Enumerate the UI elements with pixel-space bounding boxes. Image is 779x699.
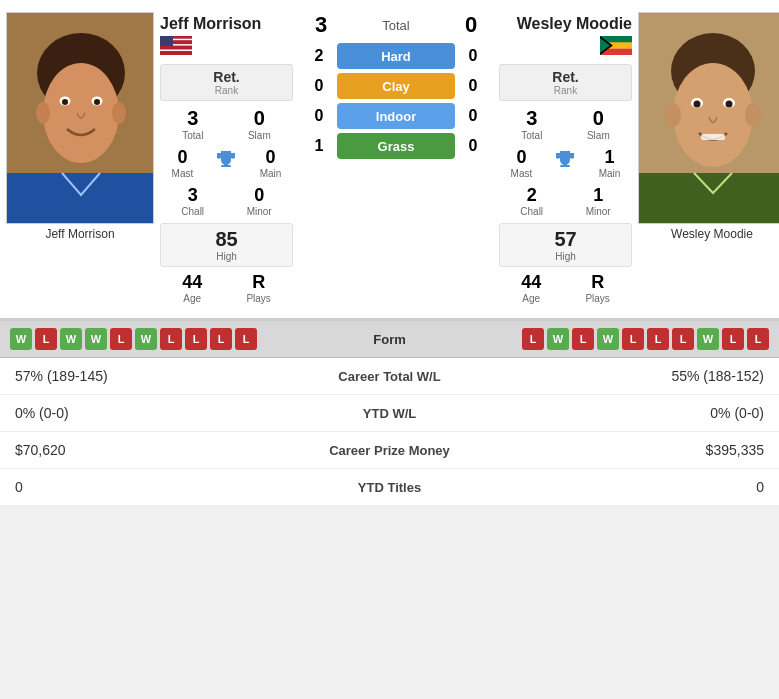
stat-box-high: 85 High — [160, 223, 293, 267]
hard-left: 2 — [305, 47, 333, 65]
right-mast-lbl: Mast — [511, 168, 533, 179]
stat-row-center: YTD Titles — [290, 480, 490, 495]
stat-row-left: 0% (0-0) — [15, 405, 290, 421]
right-total-slam: 3 Total 0 Slam — [499, 107, 632, 141]
stat-row-center: YTD W/L — [290, 406, 490, 421]
hard-right: 0 — [459, 47, 487, 65]
left-mast-cell: 0 Mast — [172, 147, 194, 179]
stat-plays: R Plays — [585, 272, 609, 304]
surface-hard: 2 Hard 0 — [305, 43, 487, 69]
form-badge-left: W — [10, 328, 32, 350]
right-minor-lbl: Minor — [586, 206, 611, 217]
form-badge-left: L — [160, 328, 182, 350]
left-total-lbl: Total — [182, 130, 203, 141]
left-flag — [160, 36, 293, 59]
right-minor-val: 1 — [586, 185, 611, 206]
right-ret: Ret. — [508, 69, 623, 85]
left-chall-val: 3 — [181, 185, 204, 206]
right-trophy — [555, 150, 575, 176]
svg-rect-19 — [221, 165, 231, 167]
right-flag — [600, 36, 632, 59]
indoor-surface-btn: Indoor — [337, 103, 455, 129]
stat-box-age-plays: 44 Age R Plays — [499, 272, 632, 304]
right-mast-main: 0 Mast 1 Main — [499, 147, 632, 179]
svg-rect-14 — [160, 47, 192, 48]
right-main-cell: 1 Main — [599, 147, 621, 179]
form-badge-right: L — [622, 328, 644, 350]
left-chall-lbl: Chall — [181, 206, 204, 217]
stat-box-high: 57 High — [499, 223, 632, 267]
svg-point-3 — [43, 63, 119, 163]
form-badge-right: L — [647, 328, 669, 350]
form-badge-left: W — [60, 328, 82, 350]
svg-rect-26 — [560, 165, 570, 167]
left-slam-lbl: Slam — [248, 130, 271, 141]
form-badge-left: W — [135, 328, 157, 350]
form-badge-right: W — [697, 328, 719, 350]
right-total-cell: 3 Total — [521, 107, 542, 141]
right-photo-container: Wesley Moodie — [638, 12, 779, 310]
stat-age: 44 Age — [521, 272, 541, 304]
stat-row-left: $70,620 — [15, 442, 290, 458]
right-total-val: 3 — [521, 107, 542, 130]
stat-plays: R Plays — [246, 272, 270, 304]
left-mast-val: 0 — [172, 147, 194, 168]
stat-row-left: 0 — [15, 479, 290, 495]
left-total-cell: 3 Total — [182, 107, 203, 141]
stat-row-right: $395,335 — [490, 442, 765, 458]
left-info-panel: Jeff Morrison Ret — [154, 12, 299, 310]
right-mast-cell: 0 Mast — [511, 147, 533, 179]
right-mast-val: 0 — [511, 147, 533, 168]
stat-data-row: 0 YTD Titles 0 — [0, 469, 779, 506]
left-rank-lbl: Rank — [169, 85, 284, 96]
right-total-lbl: Total — [521, 130, 542, 141]
surface-clay: 0 Clay 0 — [305, 73, 487, 99]
right-photo — [638, 12, 779, 224]
left-total-slam: 3 Total 0 Slam — [160, 107, 293, 141]
form-badge-right: L — [747, 328, 769, 350]
right-slam-val: 0 — [587, 107, 610, 130]
right-chall-minor: 2 Chall 1 Minor — [499, 185, 632, 217]
left-trophy — [216, 150, 236, 176]
svg-point-32 — [745, 103, 761, 127]
svg-rect-25 — [563, 160, 567, 165]
right-minor-cell: 1 Minor — [586, 185, 611, 217]
form-bar: WLWWLWLLLL Form LWLWLLLWLL — [0, 321, 779, 358]
stat-row-left: 57% (189-145) — [15, 368, 290, 384]
left-photo-container: Jeff Morrison — [6, 12, 154, 310]
left-player-photo-label: Jeff Morrison — [45, 227, 114, 241]
left-main-lbl: Main — [260, 168, 282, 179]
right-chall-cell: 2 Chall — [520, 185, 543, 217]
right-name: Wesley Moodie — [517, 14, 632, 33]
svg-point-4 — [36, 102, 50, 124]
left-ret: Ret. — [169, 69, 284, 85]
grass-right: 0 — [459, 137, 487, 155]
svg-rect-15 — [160, 50, 192, 51]
stats-section: 57% (189-145) Career Total W/L 55% (188-… — [0, 358, 779, 506]
svg-point-5 — [112, 102, 126, 124]
form-badge-left: L — [210, 328, 232, 350]
stat-data-row: $70,620 Career Prize Money $395,335 — [0, 432, 779, 469]
left-minor-lbl: Minor — [247, 206, 272, 217]
form-badge-right: L — [722, 328, 744, 350]
form-badge-right: L — [522, 328, 544, 350]
form-badge-right: L — [672, 328, 694, 350]
svg-point-35 — [694, 101, 701, 108]
right-player-area: Wesley Moodie Ret. Rank — [491, 12, 779, 310]
form-badge-left: L — [235, 328, 257, 350]
comparison-section: Jeff Morrison Jeff Morrison — [0, 0, 779, 321]
stat-row-right: 55% (188-152) — [490, 368, 765, 384]
left-slam-cell: 0 Slam — [248, 107, 271, 141]
right-rank-lbl: Rank — [508, 85, 623, 96]
form-badge-left: L — [185, 328, 207, 350]
svg-rect-1 — [7, 173, 154, 224]
form-badge-right: L — [572, 328, 594, 350]
stat-row-center: Career Prize Money — [290, 443, 490, 458]
surface-grass: 1 Grass 0 — [305, 133, 487, 159]
grass-left: 1 — [305, 137, 333, 155]
clay-left: 0 — [305, 77, 333, 95]
hard-surface-btn: Hard — [337, 43, 455, 69]
c-total-right: 0 — [455, 12, 487, 38]
svg-point-31 — [665, 103, 681, 127]
svg-point-30 — [673, 63, 753, 167]
